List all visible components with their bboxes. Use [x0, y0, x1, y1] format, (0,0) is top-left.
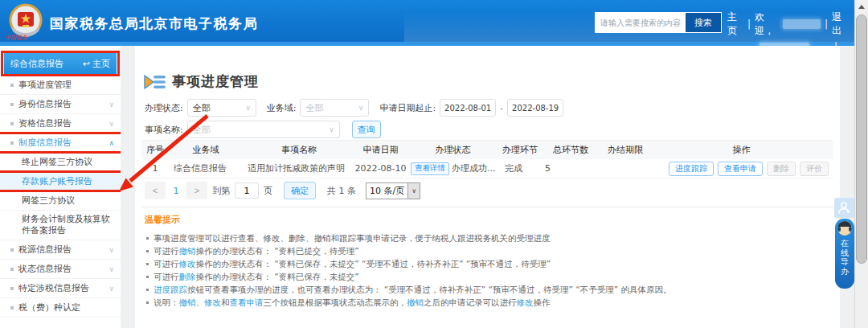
- tips-section: 温馨提示 事项进度管理可以进行查看、修改、删除、撤销和跟踪事项申请记录，便于纳税…: [141, 207, 833, 310]
- column-header-7: 办结期限: [601, 141, 649, 159]
- main-content: 事项进度管理 办理状态: 全部 ∨ 业务域: 全部 ∨ 申请日期起止: - 事项…: [135, 46, 840, 328]
- date-to-input[interactable]: [507, 99, 563, 117]
- user-service-widget-button[interactable]: [834, 198, 854, 218]
- goto-page-prefix: 到第: [212, 185, 230, 197]
- bullet-icon: [146, 289, 149, 291]
- tip-item-4: 进度跟踪按钮可查看事项办理的进度，也可查看办理状态为： “受理不通过，待补齐补正…: [145, 284, 830, 296]
- chevron-down-icon: ∨: [105, 285, 114, 293]
- sidebar-item-2[interactable]: 资格信息报告∨: [0, 114, 121, 133]
- action-button-1[interactable]: 查看申请: [718, 162, 763, 176]
- nav-divider: |: [825, 18, 828, 31]
- sidebar-item-label: 事项进度管理: [18, 79, 72, 91]
- filter-row-2: 事项名称: 全部 ∨ 查询: [145, 121, 381, 138]
- tip-text: 进度跟踪按钮可查看事项办理的进度，也可查看办理状态为： “受理不通过，待补齐补正…: [154, 284, 672, 296]
- cell-total-steps: 5: [540, 159, 601, 178]
- cell-status: 查看详情办理成功...: [406, 159, 500, 178]
- action-button-0[interactable]: 进度跟踪: [669, 162, 714, 176]
- status-filter-select[interactable]: 全部 ∨: [187, 99, 256, 117]
- sidebar-item-1[interactable]: 身份信息报告∨: [0, 95, 121, 114]
- cell-domain: 综合信息报告: [169, 159, 243, 178]
- chevron-down-icon: ∨: [105, 100, 114, 109]
- sidebar-item-label: 税（费）种认定: [18, 301, 80, 314]
- page-title-row: 事项进度管理: [144, 72, 259, 91]
- scrollbar-thumb[interactable]: [856, 14, 867, 264]
- page-scrollbar[interactable]: [854, 0, 868, 328]
- sidebar-item-10[interactable]: 特定涉税信息报告∨: [0, 279, 121, 298]
- item-name-filter-select[interactable]: 全部 ∨: [187, 121, 340, 138]
- pagination: < 1 > 到第 页 确定 共 1 条 10 条/页 ∨: [145, 182, 420, 199]
- sidebar-item-11[interactable]: 税（费）种认定: [0, 298, 121, 318]
- chevron-down-icon: ∨: [245, 104, 251, 112]
- tip-item-0: 事项进度管理可以进行查看、修改、删除、撤销和跟踪事项申请记录，便于纳税人跟进税务…: [145, 232, 830, 244]
- tip-item-5: 说明：撤销、修改和查看申请三个按钮是根据事项状态动态展示的，撤销之后的申请记录可…: [145, 297, 830, 309]
- chevron-down-icon: ∨: [358, 104, 364, 112]
- domain-filter-select[interactable]: 全部 ∨: [300, 99, 369, 117]
- scrollbar-up-arrow[interactable]: [855, 0, 868, 13]
- cell-apply-date: 2022-08-10: [355, 159, 406, 178]
- cell-actions: 进度跟踪查看申请删除评价: [649, 159, 833, 178]
- sidebar-header-label: 综合信息报告: [10, 58, 63, 70]
- sidebar-item-label: 身份信息报告: [18, 98, 72, 110]
- query-button[interactable]: 查询: [352, 121, 381, 138]
- column-header-0: 序号: [141, 141, 169, 159]
- sidebar-menu: 事项进度管理身份信息报告∨资格信息报告∨制度信息报告∧终止网签三方协议存款账户账…: [0, 76, 121, 318]
- sidebar: 综合信息报告 ↩ 主页 事项进度管理身份信息报告∨资格信息报告∨制度信息报告∧终…: [0, 46, 121, 328]
- chevron-down-icon: ∨: [329, 125, 334, 133]
- sidebar-item-0[interactable]: 事项进度管理: [0, 76, 121, 95]
- sidebar-item-label: 存款账户账号报告: [22, 175, 92, 187]
- home-link[interactable]: 主页: [727, 10, 743, 38]
- goto-confirm-button[interactable]: 确定: [284, 182, 316, 199]
- bullet-icon: [10, 103, 14, 106]
- tip-text: 可进行修改操作的办理状态有： “资料已保存，未提交” “受理不通过，待补齐补正”…: [154, 258, 551, 270]
- sidebar-item-6[interactable]: 网签三方协议: [0, 191, 121, 211]
- sidebar-item-5[interactable]: 存款账户账号报告: [0, 172, 121, 191]
- cell-seq: 1: [141, 159, 169, 178]
- date-from-input[interactable]: [440, 99, 496, 117]
- current-page[interactable]: 1: [166, 186, 186, 196]
- action-button-2[interactable]: 删除: [767, 162, 796, 176]
- sidebar-item-7[interactable]: 财务会计制度及核算软件备案报告: [0, 211, 121, 240]
- page-title: 事项进度管理: [172, 72, 259, 91]
- item-name-filter-label: 事项名称:: [145, 124, 183, 136]
- date-range-separator: -: [500, 103, 503, 113]
- sidebar-header-comprehensive-info-report[interactable]: 综合信息报告 ↩ 主页: [4, 53, 117, 74]
- tip-item-3: 可进行删除操作的办理状态有： “资料已保存，未提交”: [145, 271, 830, 283]
- sidebar-home-link[interactable]: ↩ 主页: [83, 58, 110, 70]
- sidebar-item-label: 财务会计制度及核算软件备案报告: [22, 214, 114, 236]
- view-detail-button[interactable]: 查看详情: [411, 162, 449, 175]
- page-size-select[interactable]: 10 条/页 ∨: [366, 182, 420, 199]
- sidebar-item-label: 特定涉税信息报告: [18, 282, 89, 294]
- bullet-icon: [10, 306, 14, 310]
- welcome-label: 欢迎，: [755, 10, 779, 38]
- sidebar-item-3[interactable]: 制度信息报告∧: [0, 133, 121, 153]
- person-star-icon: [837, 201, 851, 215]
- logout-link[interactable]: 退出: [832, 10, 848, 38]
- online-guide-widget-button[interactable]: 在线导办: [835, 219, 854, 289]
- sidebar-item-4[interactable]: 终止网签三方协议: [0, 153, 121, 172]
- bullet-icon: [146, 276, 149, 278]
- action-button-3[interactable]: 评价: [800, 162, 829, 176]
- filter-row-1: 办理状态: 全部 ∨ 业务域: 全部 ∨ 申请日期起止: -: [145, 99, 563, 117]
- sidebar-item-9[interactable]: 状态信息报告∨: [0, 260, 121, 279]
- cell-current-step: 完成: [500, 159, 540, 178]
- back-arrow-icon: ↩: [83, 59, 90, 69]
- sidebar-item-8[interactable]: 税源信息报告∨: [0, 240, 121, 260]
- tips-list: 事项进度管理可以进行查看、修改、删除、撤销和跟踪事项申请记录，便于纳税人跟进税务…: [145, 232, 830, 309]
- status-text: 办理成功...: [452, 162, 496, 174]
- username-redacted: [783, 19, 821, 29]
- column-header-1: 业务域: [169, 141, 243, 159]
- next-page-button[interactable]: >: [186, 182, 207, 199]
- sidebar-item-label: 网签三方协议: [22, 195, 75, 207]
- search-button[interactable]: 搜索: [686, 13, 721, 32]
- sidebar-item-label: 资格信息报告: [18, 117, 72, 129]
- search-input[interactable]: [596, 13, 686, 32]
- status-filter-label: 办理状态:: [145, 102, 183, 114]
- header-search: 搜索: [595, 12, 722, 33]
- column-header-3: 申请日期: [355, 141, 406, 159]
- progress-management-icon: [144, 73, 166, 91]
- prev-page-button[interactable]: <: [145, 182, 166, 199]
- goto-page-input[interactable]: [235, 182, 259, 199]
- emblem-caption: 中国税务: [5, 34, 27, 42]
- bullet-icon: [10, 268, 14, 271]
- tip-text: 可进行删除操作的办理状态有： “资料已保存，未提交”: [154, 271, 359, 283]
